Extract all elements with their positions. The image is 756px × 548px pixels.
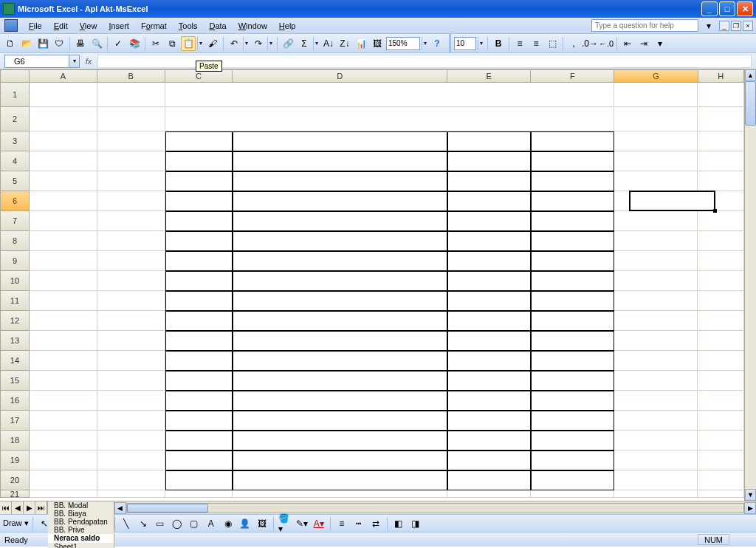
cell-no-20[interactable] bbox=[165, 470, 233, 490]
cell-kredit-12[interactable] bbox=[531, 311, 614, 331]
cell-blank[interactable] bbox=[97, 311, 165, 331]
cell-blank[interactable] bbox=[614, 251, 698, 271]
dash-style-icon[interactable]: ┅ bbox=[351, 516, 366, 531]
cell-kredit-13[interactable] bbox=[531, 331, 614, 351]
cell-nama-9[interactable] bbox=[233, 251, 447, 271]
cell-blank[interactable] bbox=[614, 191, 698, 211]
cell-blank[interactable] bbox=[97, 291, 165, 311]
cell-blank[interactable] bbox=[97, 470, 165, 490]
cell-no-8[interactable] bbox=[165, 231, 233, 251]
scroll-down-button[interactable]: ▼ bbox=[745, 489, 756, 501]
name-box-dropdown[interactable]: ▾ bbox=[69, 55, 80, 68]
cell-blank[interactable] bbox=[698, 151, 744, 171]
cell-debit-4[interactable] bbox=[447, 151, 531, 171]
cell-blank[interactable] bbox=[698, 391, 744, 411]
cell-blank[interactable] bbox=[30, 231, 97, 251]
insert-picture-icon[interactable]: 🖼 bbox=[255, 516, 269, 531]
cell-blank[interactable] bbox=[698, 490, 744, 498]
sheet-tab-Neraca-saldo[interactable]: Neraca saldo bbox=[48, 534, 114, 543]
tab-last-button[interactable]: ⏭ bbox=[35, 501, 47, 514]
cell-nama-10[interactable] bbox=[233, 271, 447, 291]
cell-blank[interactable] bbox=[698, 131, 744, 151]
scroll-left-button[interactable]: ◀ bbox=[114, 502, 126, 514]
line-icon[interactable]: ╲ bbox=[119, 516, 134, 531]
cell-blank[interactable] bbox=[614, 451, 698, 470]
maximize-button[interactable]: □ bbox=[719, 1, 735, 16]
cell-nama-16[interactable] bbox=[233, 391, 447, 411]
cell-no-19[interactable] bbox=[165, 451, 233, 470]
line-color-icon[interactable]: ✎▾ bbox=[295, 516, 309, 531]
redo-dropdown[interactable]: ▾ bbox=[267, 37, 274, 50]
clipart-icon[interactable]: 👤 bbox=[238, 516, 252, 531]
cell-blank[interactable] bbox=[30, 107, 97, 131]
row-header-14[interactable]: 14 bbox=[0, 351, 30, 371]
menu-window[interactable]: Window bbox=[233, 21, 272, 31]
cell-blank[interactable] bbox=[614, 291, 698, 311]
chart-wizard-icon[interactable]: 📊 bbox=[354, 36, 368, 51]
cell-blank[interactable] bbox=[97, 391, 165, 411]
open-icon[interactable]: 📂 bbox=[19, 36, 34, 51]
hscroll-thumb[interactable] bbox=[127, 504, 208, 513]
cell-blank[interactable] bbox=[30, 131, 97, 151]
col-header-H[interactable]: H bbox=[698, 69, 744, 83]
cell-no-9[interactable] bbox=[165, 251, 233, 271]
mdi-restore[interactable]: ❐ bbox=[731, 21, 741, 31]
sheet-tab-BB-Pendapatan[interactable]: BB. Pendapatan bbox=[48, 518, 114, 526]
cell-blank[interactable] bbox=[30, 151, 97, 171]
cell-blank[interactable] bbox=[614, 151, 698, 171]
cell-nama-12[interactable] bbox=[233, 311, 447, 331]
shadow-style-icon[interactable]: ◧ bbox=[391, 516, 406, 531]
oval-icon[interactable]: ◯ bbox=[170, 516, 185, 531]
cell-blank[interactable] bbox=[30, 191, 97, 211]
sheet-tab-BB-Prive[interactable]: BB. Prive bbox=[48, 526, 114, 534]
cell-blank[interactable] bbox=[97, 83, 165, 107]
select-all-corner[interactable] bbox=[0, 69, 30, 83]
row-header-13[interactable]: 13 bbox=[0, 331, 30, 351]
row-header-17[interactable]: 17 bbox=[0, 411, 30, 431]
cell-no-17[interactable] bbox=[165, 411, 233, 431]
cell-kredit-20[interactable] bbox=[531, 470, 614, 490]
sort-asc-icon[interactable]: A↓ bbox=[321, 36, 336, 51]
cell-no-5[interactable] bbox=[165, 171, 233, 191]
header-nama[interactable] bbox=[233, 131, 447, 151]
cell-kredit-11[interactable] bbox=[531, 291, 614, 311]
cell-nama-17[interactable] bbox=[233, 411, 447, 431]
cell-no-16[interactable] bbox=[165, 391, 233, 411]
cell-kredit-7[interactable] bbox=[531, 211, 614, 231]
cell-nama-11[interactable] bbox=[233, 291, 447, 311]
cell-blank[interactable] bbox=[614, 311, 698, 331]
cell-blank[interactable] bbox=[30, 371, 97, 391]
arrow-style-icon[interactable]: ⇄ bbox=[368, 516, 383, 531]
save-icon[interactable]: 💾 bbox=[35, 36, 50, 51]
increase-decimal-icon[interactable]: .0→ bbox=[583, 36, 597, 51]
name-box[interactable]: G6 bbox=[4, 55, 69, 68]
cell-blank[interactable] bbox=[614, 371, 698, 391]
cell-blank[interactable] bbox=[30, 391, 97, 411]
cell-nama-5[interactable] bbox=[233, 171, 447, 191]
cell-nama-19[interactable] bbox=[233, 451, 447, 470]
merge-center-icon[interactable]: ⬚ bbox=[545, 36, 560, 51]
undo-dropdown[interactable]: ▾ bbox=[243, 37, 250, 50]
drawing-icon[interactable]: 🖼 bbox=[370, 36, 385, 51]
menu-data[interactable]: Data bbox=[204, 21, 231, 31]
zoom-box[interactable]: 150% bbox=[386, 37, 420, 50]
autosum-icon[interactable]: Σ bbox=[297, 36, 312, 51]
cell-blank[interactable] bbox=[97, 490, 165, 498]
font-size-dropdown[interactable]: ▾ bbox=[478, 37, 484, 50]
help-dropdown[interactable]: ▾ bbox=[701, 18, 716, 33]
cell-nama-4[interactable] bbox=[233, 151, 447, 171]
cell-no-14[interactable] bbox=[165, 351, 233, 371]
align-left-icon[interactable]: ≡ bbox=[512, 36, 527, 51]
mdi-minimize[interactable]: _ bbox=[719, 21, 729, 31]
cell-kredit-16[interactable] bbox=[531, 391, 614, 411]
cell-debit-12[interactable] bbox=[447, 311, 531, 331]
cell-blank[interactable] bbox=[97, 331, 165, 351]
paste-dropdown[interactable]: ▾ bbox=[197, 37, 204, 50]
header-debit[interactable] bbox=[447, 131, 531, 151]
cell-debit-10[interactable] bbox=[447, 271, 531, 291]
cell-no-11[interactable] bbox=[165, 291, 233, 311]
fill-color-icon[interactable]: 🪣▾ bbox=[278, 516, 292, 531]
cell-kredit-14[interactable] bbox=[531, 351, 614, 371]
cell-blank[interactable] bbox=[30, 470, 97, 490]
cell-blank[interactable] bbox=[614, 211, 698, 231]
